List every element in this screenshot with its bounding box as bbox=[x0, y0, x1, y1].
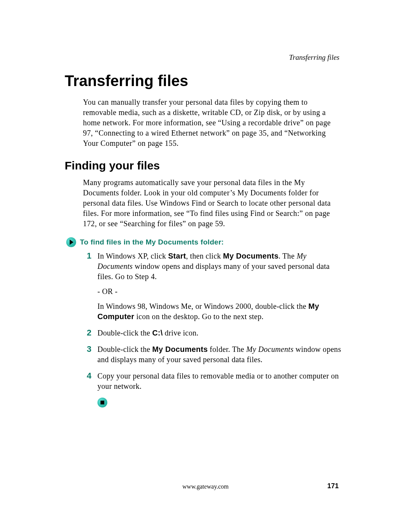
body-block-2: Many programs automatically save your pe… bbox=[83, 177, 342, 229]
text: Double-click the bbox=[97, 345, 152, 353]
page: Transferring files Transferring files Yo… bbox=[0, 0, 411, 532]
step-number: 2 bbox=[87, 328, 97, 338]
bold: My Documents bbox=[152, 345, 208, 353]
triangle-icon bbox=[70, 240, 73, 245]
step-number: 1 bbox=[87, 251, 97, 322]
text: In Windows XP, click bbox=[97, 252, 168, 260]
text: folder. The bbox=[208, 345, 246, 353]
text: , then click bbox=[186, 252, 223, 260]
end-of-procedure bbox=[97, 398, 342, 407]
step-number: 3 bbox=[87, 344, 97, 365]
running-header: Transferring files bbox=[289, 53, 340, 62]
play-icon bbox=[66, 237, 76, 247]
heading-2: Finding your files bbox=[65, 159, 342, 172]
bold: My Documents bbox=[223, 252, 279, 260]
text: drive icon. bbox=[163, 329, 199, 337]
intro-paragraph: You can manually transfer your personal … bbox=[83, 97, 342, 149]
step-3: 3 Double-click the My Documents folder. … bbox=[87, 344, 342, 365]
text: Copy your personal data files to removab… bbox=[97, 372, 339, 390]
step-body: Double-click the C:\ drive icon. bbox=[97, 328, 199, 338]
italic: My Documents bbox=[246, 345, 293, 353]
step-number: 4 bbox=[87, 371, 97, 391]
procedure-header: To find files in the My Documents folder… bbox=[66, 237, 342, 247]
step-4: 4 Copy your personal data files to remov… bbox=[87, 371, 342, 391]
bold: Start bbox=[168, 252, 186, 260]
stop-icon bbox=[97, 398, 107, 407]
text: . The bbox=[279, 252, 297, 260]
finding-paragraph: Many programs automatically save your pe… bbox=[83, 177, 342, 229]
or-separator: - OR - bbox=[97, 286, 342, 297]
step-list: 1 In Windows XP, click Start, then click… bbox=[87, 251, 342, 391]
square-icon bbox=[100, 401, 104, 404]
step-body: Double-click the My Documents folder. Th… bbox=[97, 344, 342, 365]
footer-url: www.gateway.com bbox=[0, 483, 411, 490]
step-body: In Windows XP, click Start, then click M… bbox=[97, 251, 342, 322]
step-body: Copy your personal data files to removab… bbox=[97, 371, 342, 391]
text: In Windows 98, Windows Me, or Windows 20… bbox=[97, 302, 308, 310]
page-number: 171 bbox=[327, 482, 339, 490]
step-2: 2 Double-click the C:\ drive icon. bbox=[87, 328, 342, 338]
step-1: 1 In Windows XP, click Start, then click… bbox=[87, 251, 342, 322]
text: Double-click the bbox=[97, 329, 152, 337]
bold: C:\ bbox=[152, 329, 163, 337]
heading-1: Transferring files bbox=[65, 72, 342, 89]
procedure-title: To find files in the My Documents folder… bbox=[80, 238, 224, 246]
text: icon on the desktop. Go to the next step… bbox=[134, 312, 264, 321]
body-block: You can manually transfer your personal … bbox=[83, 97, 342, 149]
